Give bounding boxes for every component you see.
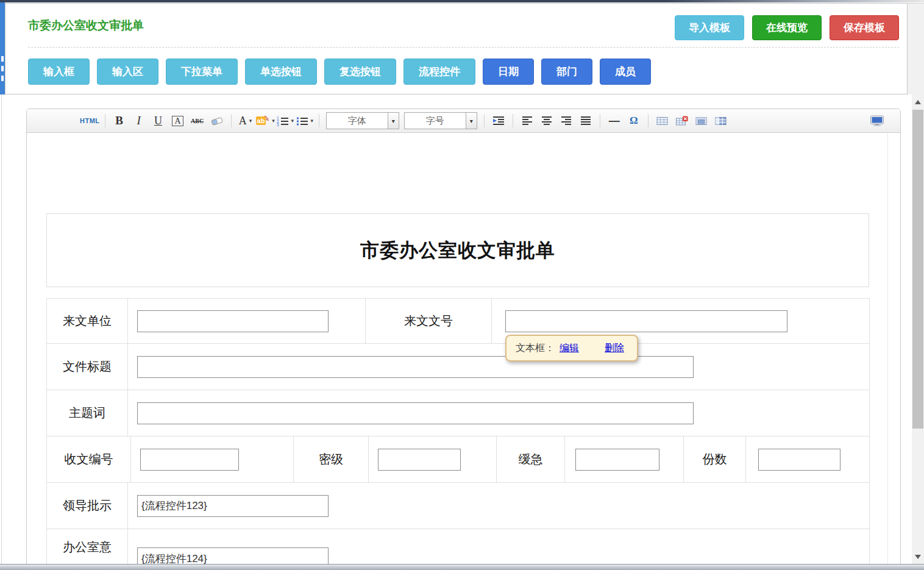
font-style-button[interactable]: A bbox=[169, 112, 187, 129]
bold-button[interactable]: B bbox=[110, 112, 129, 129]
urgency-input[interactable] bbox=[575, 449, 659, 471]
toolbar-separator bbox=[484, 114, 485, 127]
font-family-select[interactable]: 字体 bbox=[326, 112, 399, 129]
insert-dropdown-button[interactable]: 下拉菜单 bbox=[166, 59, 238, 85]
indent-button[interactable] bbox=[489, 112, 508, 129]
strikethrough-button[interactable]: ABC bbox=[188, 112, 207, 129]
special-character-button[interactable]: Ω bbox=[625, 112, 643, 129]
field-cell bbox=[128, 299, 366, 344]
incoming-doc-no-input[interactable] bbox=[505, 310, 787, 332]
field-cell bbox=[369, 436, 497, 483]
arrow-up-icon bbox=[915, 100, 921, 104]
table-row: 收文编号 密级 缓急 份数 bbox=[47, 436, 870, 483]
import-template-button[interactable]: 导入模板 bbox=[675, 15, 744, 40]
insert-textarea-button[interactable]: 输入区 bbox=[97, 59, 158, 85]
font-size-select[interactable]: 字号 bbox=[404, 112, 477, 129]
incoming-unit-input[interactable] bbox=[137, 310, 329, 332]
save-template-button[interactable]: 保存模板 bbox=[830, 15, 899, 40]
align-left-button[interactable] bbox=[518, 112, 536, 129]
header-actions: 导入模板 在线预览 保存模板 bbox=[667, 15, 899, 40]
unordered-list-button[interactable] bbox=[296, 112, 314, 129]
svg-text:3: 3 bbox=[277, 123, 279, 126]
align-center-button[interactable] bbox=[538, 112, 556, 129]
field-cell bbox=[128, 344, 870, 390]
toolbar-separator bbox=[600, 114, 600, 127]
highlight-color-button[interactable]: ab✎ bbox=[256, 112, 275, 129]
toolbar-separator bbox=[231, 114, 232, 127]
insert-member-button[interactable]: 成员 bbox=[600, 59, 651, 85]
tooltip-prefix: 文本框： bbox=[516, 342, 555, 355]
table-row: 领导批示 bbox=[47, 483, 870, 529]
insert-radio-button[interactable]: 单选按钮 bbox=[245, 59, 317, 85]
field-label-secrecy-level: 密级 bbox=[294, 436, 369, 483]
scroll-down-button[interactable] bbox=[912, 550, 924, 563]
window-left-border bbox=[1, 94, 2, 564]
arrow-down-icon bbox=[915, 555, 921, 559]
insert-department-button[interactable]: 部门 bbox=[541, 59, 592, 85]
align-right-button[interactable] bbox=[557, 112, 575, 129]
sidebar-text-fragment bbox=[1, 56, 4, 62]
horizontal-rule-button[interactable]: — bbox=[605, 112, 624, 129]
boxed-a-icon: A bbox=[172, 116, 183, 126]
field-cell bbox=[131, 436, 294, 483]
form-title-box: 市委办公室收文审批单 bbox=[46, 213, 869, 287]
fullscreen-button[interactable] bbox=[868, 112, 886, 129]
cell-properties-button[interactable] bbox=[692, 112, 711, 129]
secrecy-level-input[interactable] bbox=[378, 449, 461, 471]
table-properties-button[interactable] bbox=[712, 112, 730, 129]
editor-content[interactable]: 市委办公室收文审批单 来文单位 来文文号 文件标题 主题词 bbox=[27, 133, 900, 570]
ordered-list-icon: 123 bbox=[277, 116, 289, 126]
field-cell bbox=[128, 483, 870, 529]
leader-comments-input[interactable] bbox=[137, 495, 329, 517]
form-title: 市委办公室收文审批单 bbox=[360, 238, 555, 263]
ordered-list-button[interactable]: 123 bbox=[276, 112, 294, 129]
component-palette: 输入框 输入区 下拉菜单 单选按钮 复选按钮 流程控件 日期 部门 成员 bbox=[28, 59, 658, 85]
eraser-icon bbox=[211, 116, 223, 126]
table-delete-icon bbox=[676, 116, 688, 126]
toolbar-separator bbox=[648, 114, 649, 127]
table-icon bbox=[656, 116, 668, 126]
table-cell-icon bbox=[695, 116, 707, 126]
receipt-no-input[interactable] bbox=[140, 449, 239, 471]
source-code-button[interactable]: HTML bbox=[80, 112, 100, 129]
rich-text-editor: HTML B I U A ABC A ab✎ 123 字体 bbox=[26, 109, 901, 570]
editor-inner-border bbox=[887, 133, 888, 570]
align-center-icon bbox=[541, 116, 552, 126]
field-cell bbox=[128, 390, 870, 436]
field-cell bbox=[746, 436, 870, 483]
scrollbar-thumb[interactable] bbox=[912, 110, 923, 429]
align-justify-icon bbox=[580, 116, 591, 126]
toolbar-separator bbox=[105, 114, 105, 127]
remove-format-button[interactable] bbox=[208, 112, 226, 129]
field-label-incoming-doc-no: 来文文号 bbox=[366, 299, 492, 344]
field-label-receipt-no: 收文编号 bbox=[47, 436, 131, 483]
delete-table-button[interactable] bbox=[673, 112, 691, 129]
delete-link[interactable]: 删除 bbox=[605, 342, 624, 355]
align-justify-button[interactable] bbox=[577, 112, 595, 129]
copies-input[interactable] bbox=[758, 449, 840, 471]
underline-button[interactable]: U bbox=[149, 112, 168, 129]
vertical-scrollbar[interactable] bbox=[912, 94, 924, 564]
form-table: 来文单位 来文文号 文件标题 主题词 收文编号 bbox=[46, 298, 870, 570]
align-right-icon bbox=[561, 116, 572, 126]
insert-date-button[interactable]: 日期 bbox=[483, 59, 534, 85]
preview-online-button[interactable]: 在线预览 bbox=[752, 15, 822, 40]
scroll-up-button[interactable] bbox=[912, 96, 924, 108]
chevron-down-icon[interactable] bbox=[388, 113, 399, 129]
align-left-icon bbox=[522, 116, 533, 126]
table-grid-icon bbox=[715, 116, 727, 126]
insert-checkbox-button[interactable]: 复选按钮 bbox=[324, 59, 396, 85]
insert-flow-control-button[interactable]: 流程控件 bbox=[403, 59, 475, 85]
page-title: 市委办公室收文审批单 bbox=[28, 18, 144, 34]
field-label-leader-comments: 领导批示 bbox=[47, 483, 128, 529]
edit-link[interactable]: 编辑 bbox=[560, 342, 579, 355]
field-label-incoming-unit: 来文单位 bbox=[47, 299, 128, 344]
font-color-button[interactable]: A bbox=[236, 112, 255, 129]
insert-table-button[interactable] bbox=[653, 112, 672, 129]
subject-words-input[interactable] bbox=[137, 402, 694, 424]
field-label-copies: 份数 bbox=[684, 436, 746, 483]
chevron-down-icon[interactable] bbox=[466, 113, 477, 129]
insert-textbox-button[interactable]: 输入框 bbox=[28, 59, 90, 85]
field-label-doc-title: 文件标题 bbox=[47, 344, 128, 390]
italic-button[interactable]: I bbox=[130, 112, 148, 129]
